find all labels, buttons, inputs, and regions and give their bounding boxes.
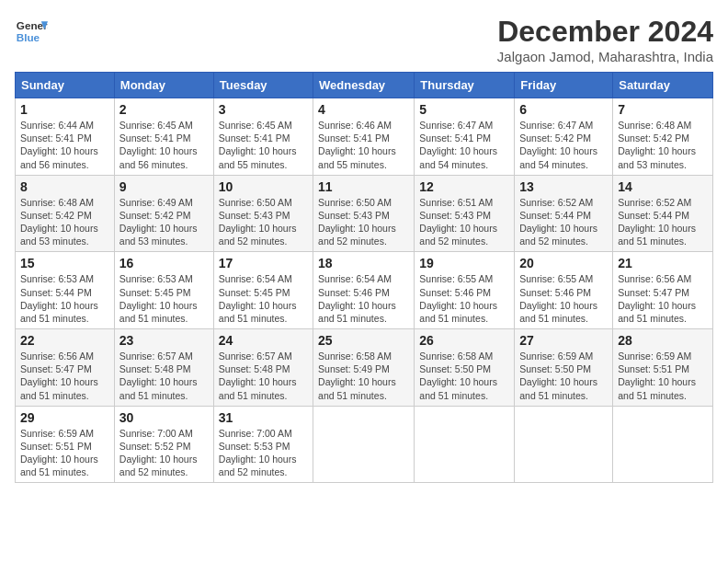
day-number: 24 <box>219 333 308 348</box>
day-info: Sunrise: 6:51 AMSunset: 5:43 PMDaylight:… <box>419 196 509 248</box>
table-row: 12 Sunrise: 6:51 AMSunset: 5:43 PMDaylig… <box>415 175 515 252</box>
header-wednesday: Wednesday <box>313 73 415 98</box>
table-row: 9 Sunrise: 6:49 AMSunset: 5:42 PMDayligh… <box>114 175 213 252</box>
day-info: Sunrise: 6:55 AMSunset: 5:46 PMDaylight:… <box>419 272 509 325</box>
table-row: 25 Sunrise: 6:58 AMSunset: 5:49 PMDaylig… <box>313 329 415 407</box>
table-row <box>415 406 515 483</box>
calendar-week-row: 29 Sunrise: 6:59 AMSunset: 5:51 PMDaylig… <box>16 406 713 483</box>
day-info: Sunrise: 6:47 AMSunset: 5:42 PMDaylight:… <box>519 119 608 171</box>
page-subtitle: Jalgaon Jamod, Maharashtra, India <box>497 49 713 64</box>
day-number: 30 <box>119 410 209 425</box>
table-row: 8 Sunrise: 6:48 AMSunset: 5:42 PMDayligh… <box>16 175 115 252</box>
day-number: 7 <box>618 102 708 117</box>
day-info: Sunrise: 6:45 AMSunset: 5:41 PMDaylight:… <box>119 119 209 171</box>
day-number: 25 <box>318 333 409 348</box>
title-area: December 2024 Jalgaon Jamod, Maharashtra… <box>497 15 713 64</box>
header-saturday: Saturday <box>613 73 713 98</box>
day-number: 19 <box>419 256 509 270</box>
day-info: Sunrise: 6:52 AMSunset: 5:44 PMDaylight:… <box>618 196 708 248</box>
svg-text:Blue: Blue <box>17 31 40 43</box>
day-number: 6 <box>519 102 608 117</box>
day-info: Sunrise: 6:59 AMSunset: 5:50 PMDaylight:… <box>519 350 608 402</box>
table-row: 10 Sunrise: 6:50 AMSunset: 5:43 PMDaylig… <box>213 175 313 252</box>
day-number: 31 <box>219 410 308 425</box>
calendar-week-row: 15 Sunrise: 6:53 AMSunset: 5:44 PMDaylig… <box>16 252 713 329</box>
day-info: Sunrise: 6:56 AMSunset: 5:47 PMDaylight:… <box>20 350 109 402</box>
table-row: 17 Sunrise: 6:54 AMSunset: 5:45 PMDaylig… <box>213 252 313 329</box>
day-info: Sunrise: 6:59 AMSunset: 5:51 PMDaylight:… <box>618 350 708 402</box>
header-friday: Friday <box>515 73 613 98</box>
day-info: Sunrise: 6:50 AMSunset: 5:43 PMDaylight:… <box>318 196 409 248</box>
logo-icon: General Blue <box>15 15 48 48</box>
table-row: 24 Sunrise: 6:57 AMSunset: 5:48 PMDaylig… <box>213 329 313 407</box>
table-row: 15 Sunrise: 6:53 AMSunset: 5:44 PMDaylig… <box>16 252 115 329</box>
day-info: Sunrise: 6:57 AMSunset: 5:48 PMDaylight:… <box>219 350 308 402</box>
day-number: 20 <box>519 256 608 270</box>
day-info: Sunrise: 6:54 AMSunset: 5:46 PMDaylight:… <box>318 272 409 325</box>
day-number: 27 <box>519 333 608 348</box>
day-info: Sunrise: 6:48 AMSunset: 5:42 PMDaylight:… <box>20 196 109 248</box>
day-info: Sunrise: 6:53 AMSunset: 5:44 PMDaylight:… <box>20 272 109 325</box>
day-number: 8 <box>20 179 109 194</box>
logo: General Blue <box>15 15 48 48</box>
table-row <box>515 406 613 483</box>
table-row <box>613 406 713 483</box>
day-number: 26 <box>419 333 509 348</box>
day-info: Sunrise: 6:46 AMSunset: 5:41 PMDaylight:… <box>318 119 409 171</box>
day-number: 14 <box>618 179 708 194</box>
day-info: Sunrise: 6:50 AMSunset: 5:43 PMDaylight:… <box>219 196 308 248</box>
day-number: 15 <box>20 256 109 270</box>
table-row: 7 Sunrise: 6:48 AMSunset: 5:42 PMDayligh… <box>613 98 713 176</box>
calendar-table: Sunday Monday Tuesday Wednesday Thursday… <box>15 72 713 483</box>
day-number: 17 <box>219 256 308 270</box>
day-info: Sunrise: 6:58 AMSunset: 5:49 PMDaylight:… <box>318 350 409 402</box>
day-number: 29 <box>20 410 109 425</box>
day-number: 10 <box>219 179 308 194</box>
table-row: 31 Sunrise: 7:00 AMSunset: 5:53 PMDaylig… <box>213 406 313 483</box>
table-row: 13 Sunrise: 6:52 AMSunset: 5:44 PMDaylig… <box>515 175 613 252</box>
day-number: 22 <box>20 333 109 348</box>
day-number: 2 <box>119 102 209 117</box>
day-info: Sunrise: 6:48 AMSunset: 5:42 PMDaylight:… <box>618 119 708 171</box>
day-number: 21 <box>618 256 708 270</box>
day-info: Sunrise: 6:53 AMSunset: 5:45 PMDaylight:… <box>119 272 209 325</box>
table-row: 27 Sunrise: 6:59 AMSunset: 5:50 PMDaylig… <box>515 329 613 407</box>
day-info: Sunrise: 6:57 AMSunset: 5:48 PMDaylight:… <box>119 350 209 402</box>
day-number: 18 <box>318 256 409 270</box>
table-row: 30 Sunrise: 7:00 AMSunset: 5:52 PMDaylig… <box>114 406 213 483</box>
table-row: 1 Sunrise: 6:44 AMSunset: 5:41 PMDayligh… <box>16 98 115 176</box>
table-row: 28 Sunrise: 6:59 AMSunset: 5:51 PMDaylig… <box>613 329 713 407</box>
day-info: Sunrise: 6:45 AMSunset: 5:41 PMDaylight:… <box>219 119 308 171</box>
header-thursday: Thursday <box>415 73 515 98</box>
day-number: 23 <box>119 333 209 348</box>
table-row <box>313 406 415 483</box>
table-row: 29 Sunrise: 6:59 AMSunset: 5:51 PMDaylig… <box>16 406 115 483</box>
table-row: 2 Sunrise: 6:45 AMSunset: 5:41 PMDayligh… <box>114 98 213 176</box>
day-info: Sunrise: 7:00 AMSunset: 5:53 PMDaylight:… <box>219 427 308 479</box>
table-row: 16 Sunrise: 6:53 AMSunset: 5:45 PMDaylig… <box>114 252 213 329</box>
day-number: 3 <box>219 102 308 117</box>
table-row: 19 Sunrise: 6:55 AMSunset: 5:46 PMDaylig… <box>415 252 515 329</box>
day-info: Sunrise: 6:59 AMSunset: 5:51 PMDaylight:… <box>20 427 109 479</box>
table-row: 11 Sunrise: 6:50 AMSunset: 5:43 PMDaylig… <box>313 175 415 252</box>
page-title: December 2024 <box>497 15 713 49</box>
day-info: Sunrise: 6:55 AMSunset: 5:46 PMDaylight:… <box>519 272 608 325</box>
header-sunday: Sunday <box>16 73 115 98</box>
table-row: 21 Sunrise: 6:56 AMSunset: 5:47 PMDaylig… <box>613 252 713 329</box>
table-row: 6 Sunrise: 6:47 AMSunset: 5:42 PMDayligh… <box>515 98 613 176</box>
table-row: 3 Sunrise: 6:45 AMSunset: 5:41 PMDayligh… <box>213 98 313 176</box>
day-info: Sunrise: 6:44 AMSunset: 5:41 PMDaylight:… <box>20 119 109 171</box>
day-info: Sunrise: 6:54 AMSunset: 5:45 PMDaylight:… <box>219 272 308 325</box>
calendar-week-row: 8 Sunrise: 6:48 AMSunset: 5:42 PMDayligh… <box>16 175 713 252</box>
day-info: Sunrise: 6:47 AMSunset: 5:41 PMDaylight:… <box>419 119 509 171</box>
day-number: 4 <box>318 102 409 117</box>
day-info: Sunrise: 7:00 AMSunset: 5:52 PMDaylight:… <box>119 427 209 479</box>
day-number: 12 <box>419 179 509 194</box>
table-row: 14 Sunrise: 6:52 AMSunset: 5:44 PMDaylig… <box>613 175 713 252</box>
table-row: 22 Sunrise: 6:56 AMSunset: 5:47 PMDaylig… <box>16 329 115 407</box>
table-row: 20 Sunrise: 6:55 AMSunset: 5:46 PMDaylig… <box>515 252 613 329</box>
day-number: 5 <box>419 102 509 117</box>
day-info: Sunrise: 6:52 AMSunset: 5:44 PMDaylight:… <box>519 196 608 248</box>
table-row: 4 Sunrise: 6:46 AMSunset: 5:41 PMDayligh… <box>313 98 415 176</box>
calendar-header-row: Sunday Monday Tuesday Wednesday Thursday… <box>16 73 713 98</box>
